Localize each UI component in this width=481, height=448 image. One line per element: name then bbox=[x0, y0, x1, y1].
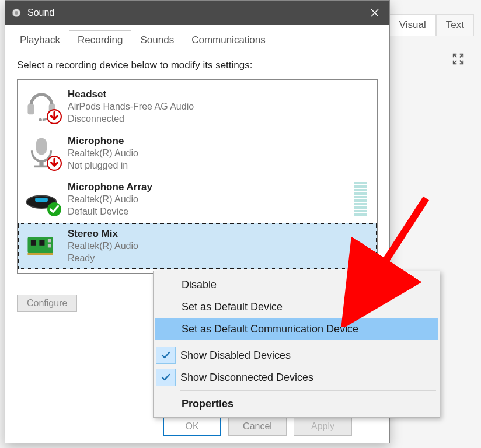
apply-button[interactable]: Apply bbox=[294, 417, 352, 436]
tab-playback[interactable]: Playback bbox=[11, 30, 69, 51]
status-badge-icon bbox=[47, 156, 62, 171]
menu-item-set-as-default-communication-device[interactable]: Set as Default Communication Device bbox=[155, 318, 438, 340]
soundcard-icon bbox=[23, 228, 60, 261]
bg-tab-visual[interactable]: Visual bbox=[389, 14, 436, 36]
svg-rect-19 bbox=[27, 253, 53, 256]
tab-sounds[interactable]: Sounds bbox=[131, 30, 183, 51]
device-status: Not plugged in bbox=[68, 160, 138, 172]
device-name: Stereo Mix bbox=[68, 228, 138, 240]
menu-label: Set as Default Device bbox=[179, 301, 438, 313]
menu-label: Disable bbox=[179, 279, 438, 291]
svg-rect-6 bbox=[36, 138, 47, 155]
svg-rect-11 bbox=[35, 198, 48, 202]
menu-item-properties[interactable]: Properties bbox=[155, 393, 438, 415]
status-badge-icon bbox=[47, 109, 62, 124]
device-headset[interactable]: HeadsetAirPods Hands-Free AG AudioDiscon… bbox=[18, 83, 377, 130]
menu-item-show-disconnected-devices[interactable]: Show Disconnected Devices bbox=[155, 366, 438, 388]
background-tabs: Visual Text bbox=[389, 14, 474, 36]
svg-rect-15 bbox=[31, 240, 36, 246]
menu-label: Set as Default Communication Device bbox=[179, 323, 438, 335]
menu-item-show-disabled-devices[interactable]: Show Disabled Devices bbox=[155, 344, 438, 366]
device-stereo-mix[interactable]: Stereo MixRealtek(R) AudioReady bbox=[18, 223, 377, 270]
device-microphone[interactable]: MicrophoneRealtek(R) AudioNot plugged in bbox=[18, 130, 377, 177]
device-list: HeadsetAirPods Hands-Free AG AudioDiscon… bbox=[17, 79, 378, 274]
instruction-text: Select a recording device below to modif… bbox=[17, 60, 378, 71]
menu-separator bbox=[180, 342, 436, 342]
device-name: Headset bbox=[68, 88, 194, 101]
svg-point-4 bbox=[39, 118, 41, 121]
configure-button[interactable]: Configure bbox=[17, 295, 77, 312]
device-microphone-array[interactable]: Microphone ArrayRealtek(R) AudioDefault … bbox=[18, 176, 377, 223]
expand-icon[interactable] bbox=[452, 52, 465, 68]
mic-array-icon bbox=[23, 181, 60, 215]
device-provider: AirPods Hands-Free AG Audio bbox=[68, 101, 194, 113]
sound-icon bbox=[11, 8, 22, 18]
svg-point-1 bbox=[15, 11, 18, 15]
checkmark-icon bbox=[156, 369, 176, 386]
status-badge-icon bbox=[47, 202, 62, 217]
menu-separator bbox=[180, 390, 436, 391]
menu-label: Show Disabled Devices bbox=[178, 349, 438, 362]
device-name: Microphone Array bbox=[68, 181, 152, 194]
device-provider: Realtek(R) Audio bbox=[68, 240, 138, 253]
tab-communications[interactable]: Communications bbox=[183, 30, 274, 51]
tab-bar: PlaybackRecordingSoundsCommunications bbox=[5, 25, 389, 51]
level-meter bbox=[354, 182, 367, 216]
menu-item-set-as-default-device[interactable]: Set as Default Device bbox=[155, 296, 438, 318]
svg-rect-17 bbox=[48, 239, 51, 242]
microphone-icon bbox=[23, 135, 60, 169]
close-button[interactable] bbox=[360, 1, 389, 25]
svg-rect-16 bbox=[39, 240, 44, 246]
device-status: Default Device bbox=[68, 206, 152, 218]
device-status: Disconnected bbox=[68, 113, 194, 125]
device-status: Ready bbox=[68, 253, 138, 265]
headset-icon bbox=[23, 88, 60, 122]
bg-tab-text[interactable]: Text bbox=[436, 14, 474, 36]
titlebar: Sound bbox=[5, 1, 389, 25]
device-provider: Realtek(R) Audio bbox=[68, 148, 138, 160]
dialog-buttons: OK Cancel Apply bbox=[163, 417, 352, 436]
menu-label: Show Disconnected Devices bbox=[178, 372, 438, 384]
checkmark-icon bbox=[156, 346, 176, 364]
svg-rect-2 bbox=[27, 104, 34, 114]
menu-item-disable[interactable]: Disable bbox=[155, 274, 438, 296]
device-provider: Realtek(R) Audio bbox=[68, 194, 152, 206]
cancel-button[interactable]: Cancel bbox=[228, 417, 287, 436]
svg-rect-18 bbox=[48, 244, 51, 247]
window-title: Sound bbox=[27, 8, 54, 18]
context-menu: DisableSet as Default DeviceSet as Defau… bbox=[153, 271, 440, 418]
menu-label: Properties bbox=[179, 398, 438, 410]
tab-recording[interactable]: Recording bbox=[69, 30, 132, 51]
device-name: Microphone bbox=[68, 135, 138, 148]
ok-button[interactable]: OK bbox=[163, 417, 221, 436]
